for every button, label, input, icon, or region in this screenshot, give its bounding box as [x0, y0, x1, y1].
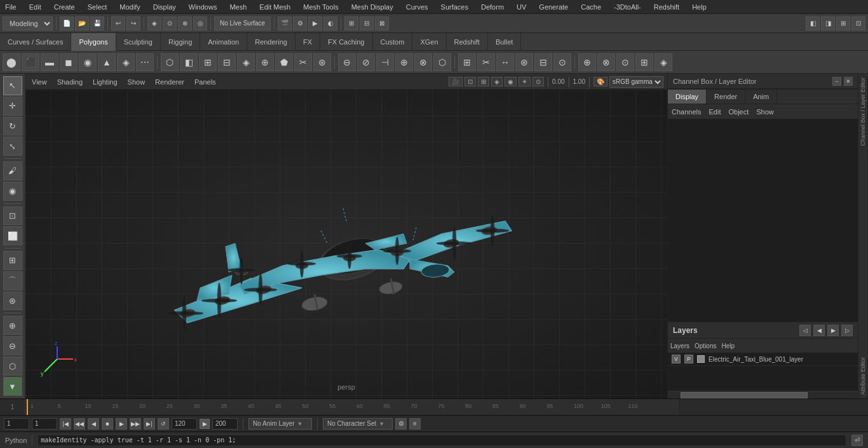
torus-btn[interactable]: ◉ — [79, 53, 97, 71]
anim-layer-dropdown[interactable]: No Anim Layer ▼ — [248, 418, 312, 430]
vp-menu-show[interactable]: Show — [125, 77, 148, 87]
tab-fx-caching[interactable]: FX Caching — [320, 33, 372, 51]
panel-toggle-btn2[interactable]: ◨ — [821, 17, 835, 31]
frame-current-field[interactable] — [32, 418, 57, 430]
cube-btn[interactable]: ⬛ — [22, 53, 39, 71]
add-attr-btn[interactable]: ⊕ — [3, 316, 22, 335]
extra-btn1[interactable]: ⊕ — [578, 53, 596, 71]
attribute-editor-label[interactable]: Attribute Editor — [858, 150, 868, 398]
layout-btn3[interactable]: ⊠ — [375, 17, 389, 31]
menu-help[interactable]: Help — [689, 2, 709, 12]
cb-show-menu[interactable]: Show — [756, 108, 774, 116]
layer-next-btn[interactable]: ▶ — [827, 325, 839, 336]
layout-btn[interactable]: ⊞ — [344, 17, 358, 31]
object-mode-btn[interactable]: ⬜ — [3, 226, 22, 245]
cone-btn[interactable]: ▲ — [98, 53, 116, 71]
color-space-select[interactable]: sRGB gamma — [609, 76, 663, 88]
save-file-button[interactable]: 💾 — [90, 17, 104, 31]
scale-tool[interactable]: ⤡ — [3, 137, 22, 156]
tab-rigging[interactable]: Rigging — [161, 33, 200, 51]
target-weld-btn[interactable]: ⊛ — [313, 53, 331, 71]
extra-btn4[interactable]: ⊞ — [635, 53, 653, 71]
redo-button[interactable]: ↪ — [126, 17, 140, 31]
tab-rendering[interactable]: Rendering — [247, 33, 295, 51]
fill-hole-btn[interactable]: ⬟ — [275, 53, 293, 71]
mirror-btn[interactable]: ⊣ — [376, 53, 394, 71]
next-frame-btn[interactable]: ▶▶ — [130, 418, 141, 430]
cb-close-btn[interactable]: ✕ — [844, 77, 853, 86]
uv-unfold-btn[interactable]: ⊞ — [458, 53, 476, 71]
tab-fx[interactable]: FX — [295, 33, 320, 51]
component-select-btn[interactable]: ◎ — [193, 17, 207, 31]
bottom-tool-btn[interactable]: ▼ — [3, 377, 22, 396]
script-input[interactable] — [37, 435, 846, 446]
menu-mesh-tools[interactable]: Mesh Tools — [301, 2, 341, 12]
timeline-ruler[interactable]: 1510152025303540455055606570758085909510… — [25, 399, 677, 416]
vp-color-space-btn[interactable]: 🎨 — [593, 77, 607, 86]
vp-shading-btn[interactable]: ◉ — [505, 77, 517, 86]
menu-windows[interactable]: Windows — [186, 2, 220, 12]
cb-tab-anim[interactable]: Anim — [745, 90, 777, 104]
play-fwd-btn[interactable]: ▶ — [116, 418, 127, 430]
boolean-btn[interactable]: ⊖ — [338, 53, 356, 71]
undo-button[interactable]: ↩ — [111, 17, 125, 31]
layer-prev-btn[interactable]: ◀ — [813, 325, 825, 336]
menu-3dto-all[interactable]: -3DtoAll- — [611, 2, 644, 12]
vp-iso-btn[interactable]: ⊡ — [465, 77, 476, 86]
play-back-btn[interactable]: ◀ — [88, 418, 99, 430]
layer-vis-btn[interactable]: V — [672, 355, 681, 363]
open-file-button[interactable]: 📂 — [75, 17, 89, 31]
tab-polygons[interactable]: Polygons — [71, 33, 116, 51]
char-set-dropdown[interactable]: No Character Set ▼ — [323, 418, 393, 430]
menu-modify[interactable]: Modify — [117, 2, 142, 12]
cb-edit-menu[interactable]: Edit — [709, 108, 721, 116]
frame-start-field[interactable] — [4, 418, 29, 430]
layers-menu-layers[interactable]: Layers — [670, 343, 689, 350]
cb-object-menu[interactable]: Object — [728, 108, 749, 116]
layer-color-swatch[interactable] — [697, 355, 705, 363]
loop-btn[interactable]: ↺ — [158, 418, 169, 430]
ipr-render-btn[interactable]: ◐ — [323, 17, 337, 31]
char-set-extra-btn[interactable]: ≡ — [409, 418, 421, 430]
tab-sculpting[interactable]: Sculpting — [116, 33, 161, 51]
separate-btn[interactable]: ⊗ — [414, 53, 432, 71]
panel-toggle-btn3[interactable]: ⊞ — [836, 17, 850, 31]
layers-menu-help[interactable]: Help — [721, 343, 735, 350]
panel-toggle-btn[interactable]: ◧ — [806, 17, 820, 31]
menu-curves[interactable]: Curves — [403, 2, 431, 12]
rotate-tool[interactable]: ↻ — [3, 117, 22, 136]
menu-generate[interactable]: Generate — [536, 2, 571, 12]
uv-move-btn[interactable]: ↔ — [496, 53, 514, 71]
menu-display[interactable]: Display — [151, 2, 179, 12]
render-settings-btn[interactable]: ⚙ — [293, 17, 307, 31]
disc-btn[interactable]: ◈ — [117, 53, 135, 71]
menu-edit-mesh[interactable]: Edit Mesh — [257, 2, 293, 12]
live-surface-button[interactable]: No Live Surface — [214, 17, 271, 31]
vp-grid-btn[interactable]: ⊞ — [478, 77, 489, 86]
select-tool-btn[interactable]: ◈ — [147, 17, 161, 31]
uv-editor-btn[interactable]: ⬡ — [3, 356, 22, 376]
menu-edit[interactable]: Edit — [27, 2, 44, 12]
component-mode-btn[interactable]: ⊡ — [3, 207, 22, 226]
playback-end-field[interactable] — [172, 418, 197, 430]
remove-attr-btn[interactable]: ⊖ — [3, 336, 22, 355]
vp-menu-shading[interactable]: Shading — [55, 77, 85, 87]
select-tool[interactable]: ↖ — [3, 76, 22, 95]
menu-redshift[interactable]: Redshift — [651, 2, 682, 12]
layer-lock-btn[interactable]: P — [684, 355, 693, 363]
menu-uv[interactable]: UV — [514, 2, 529, 12]
paint-select-btn[interactable]: ⊗ — [178, 17, 192, 31]
tab-curves-surfaces[interactable]: Curves / Surfaces — [0, 33, 71, 51]
vp-xray-btn[interactable]: ⊙ — [532, 77, 544, 86]
bridge-btn[interactable]: ⊞ — [199, 53, 217, 71]
skip-to-end-btn[interactable]: ▶| — [144, 418, 155, 430]
layers-menu-options[interactable]: Options — [695, 343, 716, 350]
menu-select[interactable]: Select — [85, 2, 110, 12]
new-file-button[interactable]: 📄 — [60, 17, 74, 31]
connect-btn[interactable]: ⊕ — [256, 53, 274, 71]
paint-tool[interactable]: 🖌 — [3, 161, 22, 180]
tab-custom[interactable]: Custom — [373, 33, 413, 51]
panel-toggle-btn4[interactable]: ⊡ — [851, 17, 865, 31]
vp-camera-btn[interactable]: 🎥 — [449, 77, 463, 86]
extrude-btn[interactable]: ⬡ — [161, 53, 179, 71]
